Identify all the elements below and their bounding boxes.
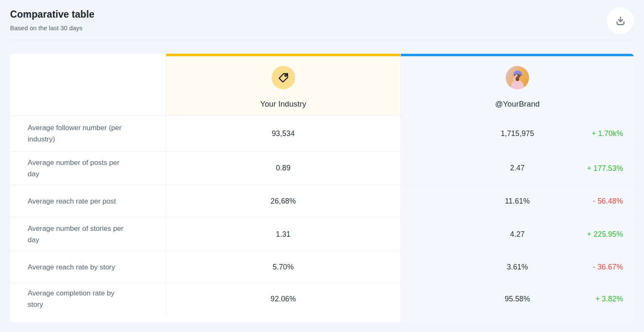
industry-value-cell: 0.89 (166, 151, 400, 185)
brand-value-cell: 3.61% - 36.67% (400, 251, 634, 282)
page-header: Comparative table Based on the last 30 d… (0, 0, 644, 31)
industry-value: 1.31 (276, 230, 291, 239)
industry-accent-bar (166, 54, 400, 56)
brand-value-cell: 11.61% - 56.48% (400, 185, 634, 217)
industry-value: 92.06% (270, 295, 296, 303)
table-bottom-spacer (400, 315, 634, 322)
brand-accent-bar (401, 54, 634, 56)
table-bottom-spacer (166, 315, 400, 322)
brand-value-cell: 4.27 + 225.95% (400, 217, 634, 251)
delta-badge: + 225.95% (587, 230, 623, 239)
delta-badge: + 3.82% (595, 295, 623, 303)
metric-label: Average follower number (per industry) (10, 115, 166, 151)
brand-value: 95.58% (505, 295, 530, 303)
delta-badge: + 1.70k% (592, 129, 623, 138)
metric-label: Average number of posts per day (10, 151, 166, 185)
page-title: Comparative table (10, 9, 634, 20)
column-label-brand: @YourBrand (495, 99, 540, 109)
brand-value: 3.61% (507, 263, 528, 272)
comparative-table: Your Industry (10, 54, 634, 322)
metric-label: Average reach rate by story (10, 251, 166, 282)
brand-value: 4.27 (510, 230, 525, 239)
brand-value-cell: 2.47 + 177.53% (400, 151, 634, 185)
brand-value: 2.47 (510, 164, 525, 173)
metric-label: Average reach rate per post (10, 185, 166, 217)
industry-value: 0.89 (276, 164, 291, 173)
industry-value-cell: 92.06% (166, 282, 400, 315)
delta-badge: - 56.48% (593, 197, 623, 206)
download-icon (615, 16, 626, 26)
brand-avatar (506, 66, 529, 89)
table-bottom-spacer (10, 315, 166, 322)
tag-icon (272, 66, 295, 89)
page-subtitle: Based on the last 30 days (10, 24, 634, 31)
column-header-brand: @YourBrand (400, 54, 634, 115)
corner-header-cell (10, 54, 166, 115)
delta-badge: + 177.53% (587, 164, 623, 173)
industry-value-cell: 93,534 (166, 115, 400, 151)
delta-badge: - 36.67% (593, 263, 623, 272)
industry-value-cell: 26,68% (166, 185, 400, 217)
column-label-industry: Your Industry (260, 99, 306, 109)
industry-value-cell: 1.31 (166, 217, 400, 251)
brand-value-cell: 95.58% + 3.82% (400, 282, 634, 315)
brand-value: 11.61% (505, 197, 530, 206)
metric-label: Average completion rate by story (10, 282, 166, 315)
industry-value: 26,68% (270, 197, 296, 206)
industry-value: 5.70% (273, 263, 294, 272)
brand-value: 1,715,975 (501, 129, 534, 138)
industry-value: 93,534 (272, 129, 295, 138)
brand-value-cell: 1,715,975 + 1.70k% (400, 115, 634, 151)
download-button[interactable] (607, 7, 634, 34)
column-header-industry: Your Industry (166, 54, 400, 115)
industry-value-cell: 5.70% (166, 251, 400, 282)
metric-label: Average number of stories per day (10, 217, 166, 251)
header-divider (10, 40, 634, 40)
